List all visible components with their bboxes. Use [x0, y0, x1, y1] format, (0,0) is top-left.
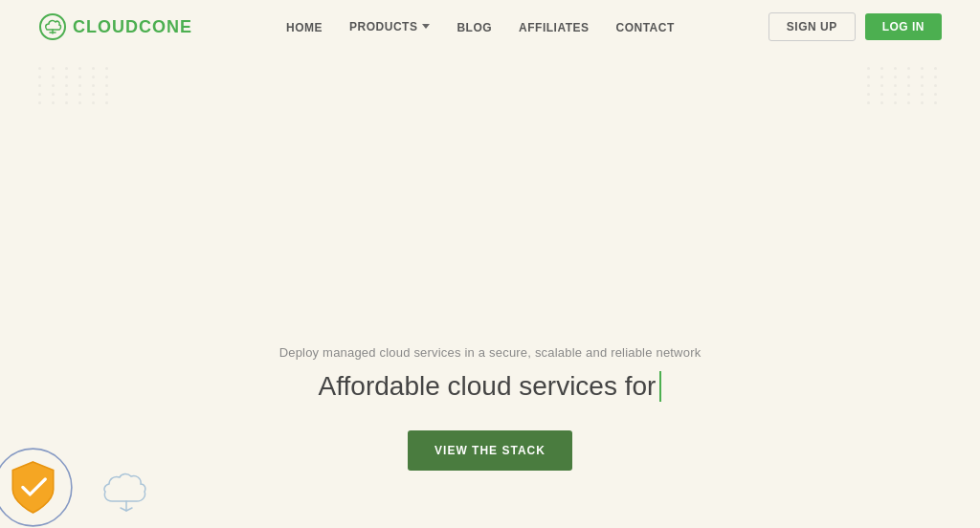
nav-item-products[interactable]: PRODUCTS	[349, 20, 430, 33]
navbar: CLOUDCONE HOME PRODUCTS BLOG AFFILIATES …	[0, 0, 980, 54]
logo-text: CLOUDCONE	[73, 17, 192, 37]
nav-link-blog[interactable]: BLOG	[457, 21, 492, 34]
hero-title: Affordable cloud services for	[319, 371, 662, 402]
hero-subtitle: Deploy managed cloud services in a secur…	[279, 345, 702, 360]
chevron-down-icon	[422, 24, 430, 29]
nav-item-home[interactable]: HOME	[286, 18, 323, 35]
shield-decoration	[0, 447, 74, 528]
nav-item-affiliates[interactable]: AFFILIATES	[519, 18, 589, 35]
hero-section: Deploy managed cloud services in a secur…	[0, 54, 980, 528]
view-stack-button[interactable]: VIEW THE STACK	[408, 430, 572, 471]
nav-link-products[interactable]: PRODUCTS	[349, 20, 430, 33]
nav-links: HOME PRODUCTS BLOG AFFILIATES CONTACT	[286, 18, 675, 35]
nav-item-blog[interactable]: BLOG	[457, 18, 492, 35]
nav-link-affiliates[interactable]: AFFILIATES	[519, 21, 589, 34]
nav-link-home[interactable]: HOME	[286, 21, 323, 34]
logo[interactable]: CLOUDCONE	[38, 12, 192, 41]
nav-link-contact[interactable]: CONTACT	[616, 21, 675, 34]
logo-icon	[38, 12, 67, 41]
signup-button[interactable]: SIGN UP	[768, 12, 856, 41]
nav-item-contact[interactable]: CONTACT	[616, 18, 675, 35]
typing-cursor	[659, 371, 661, 402]
nav-buttons: SIGN UP LOG IN	[768, 12, 942, 41]
login-button[interactable]: LOG IN	[865, 13, 942, 40]
cloud-decoration	[100, 471, 153, 514]
